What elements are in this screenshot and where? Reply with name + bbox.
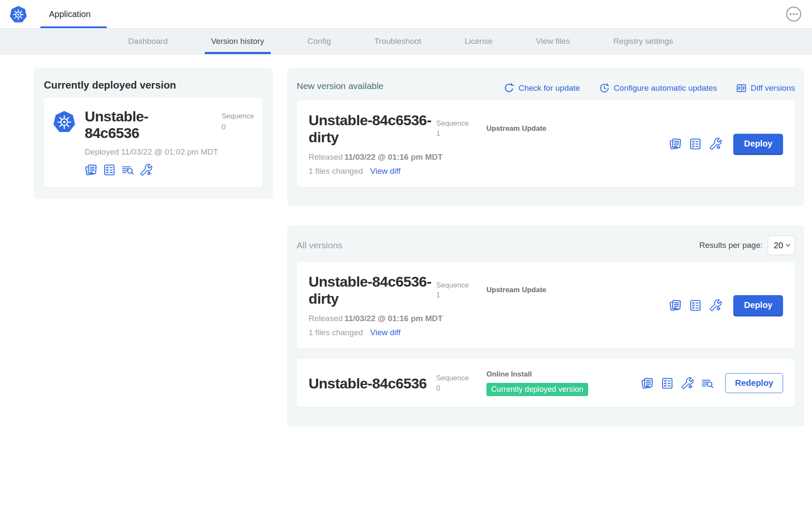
results-per-page-label: Results per page: — [699, 241, 763, 250]
app-tab-active-indicator — [40, 26, 107, 28]
files-changed-text: 1 files changed — [309, 167, 363, 176]
version-source-block: Online Install Currently deployed versio… — [486, 370, 588, 396]
view-diff-link[interactable]: View diff — [370, 167, 400, 176]
tab-license[interactable]: License — [462, 29, 495, 54]
sequence-label: Sequence — [436, 373, 486, 383]
auto-update-icon — [599, 83, 610, 94]
deploy-button[interactable]: Deploy — [733, 295, 783, 315]
released-date: 11/03/22 @ 01:16 pm MDT — [344, 152, 443, 161]
tab-troubleshoot[interactable]: Troubleshoot — [372, 29, 424, 54]
tab-version-history[interactable]: Version history — [209, 29, 267, 54]
tab-view-files[interactable]: View files — [533, 29, 572, 54]
version-source: Upstream Update — [486, 286, 546, 294]
version-source: Upstream Update — [486, 124, 546, 133]
app-tab[interactable]: Application — [49, 9, 91, 19]
all-versions-heading: All versions — [297, 240, 342, 250]
edit-config-icon[interactable] — [709, 138, 722, 150]
version-row: Unstable-84c6536-dirty Sequence 1 Upstre… — [297, 262, 795, 348]
release-notes-icon[interactable] — [669, 138, 682, 150]
app-menu-button[interactable] — [786, 6, 802, 22]
redeploy-button[interactable]: Redeploy — [725, 373, 783, 393]
sequence-label: Sequence — [436, 280, 486, 290]
preflight-checks-icon[interactable] — [689, 299, 702, 312]
diff-icon — [736, 83, 747, 94]
release-notes-icon[interactable] — [85, 164, 97, 176]
diff-versions-link[interactable]: Diff versions — [736, 83, 795, 94]
view-diff-link[interactable]: View diff — [370, 328, 400, 337]
deployed-timestamp: Deployed 11/03/22 @ 01:02 pm MDT — [85, 147, 254, 157]
all-versions-panel: All versions Results per page: 20 Unstab… — [287, 225, 804, 426]
released-date: 11/03/22 @ 01:16 pm MDT — [344, 314, 443, 323]
sequence-value: 0 — [436, 383, 486, 394]
released-timestamp: Released11/03/22 @ 01:16 pm MDT — [309, 314, 661, 323]
kubernetes-app-icon — [53, 110, 76, 133]
diff-versions-label: Diff versions — [751, 83, 795, 93]
edit-config-icon[interactable] — [681, 377, 694, 390]
version-title: Unstable-84c6536 — [85, 108, 200, 141]
currently-deployed-badge: Currently deployed version — [486, 383, 588, 396]
view-logs-icon[interactable] — [121, 164, 134, 176]
sequence-value: 1 — [436, 290, 486, 300]
version-row: Unstable-84c6536 Sequence 0 Online Insta… — [297, 359, 795, 407]
ellipsis-icon — [786, 6, 802, 22]
sequence-block: Sequence 0 — [436, 373, 486, 394]
release-notes-icon[interactable] — [641, 377, 654, 390]
edit-config-icon[interactable] — [140, 164, 152, 176]
check-for-update-link[interactable]: Check for update — [503, 83, 580, 94]
sequence-label: Sequence — [436, 118, 486, 129]
version-title: Unstable-84c6536-dirty — [309, 273, 436, 307]
sequence-label: Sequence — [221, 111, 254, 122]
configure-automatic-updates-label: Configure automatic updates — [614, 83, 717, 93]
tab-dashboard[interactable]: Dashboard — [126, 29, 170, 54]
new-version-heading: New version available — [297, 81, 383, 91]
version-source: Online Install — [486, 370, 588, 379]
sequence-value: 1 — [436, 129, 486, 139]
app-subnav: Dashboard Version history Config Trouble… — [0, 28, 812, 55]
main-content: Currently deployed version Unstable-84c6… — [0, 55, 812, 426]
version-title: Unstable-84c6536-dirty — [309, 112, 436, 146]
version-title: Unstable-84c6536 — [309, 375, 436, 392]
sequence-value: 0 — [221, 122, 254, 133]
sequence-block: Sequence 1 — [436, 118, 486, 139]
configure-automatic-updates-link[interactable]: Configure automatic updates — [599, 83, 717, 94]
tab-config[interactable]: Config — [305, 29, 334, 54]
edit-config-icon[interactable] — [709, 299, 722, 312]
files-changed-text: 1 files changed — [309, 328, 363, 337]
currently-deployed-heading: Currently deployed version — [44, 79, 263, 91]
view-logs-icon[interactable] — [701, 377, 714, 390]
released-timestamp: Released11/03/22 @ 01:16 pm MDT — [309, 152, 661, 162]
currently-deployed-panel: Currently deployed version Unstable-84c6… — [34, 68, 273, 199]
release-notes-icon[interactable] — [669, 299, 682, 312]
check-for-update-label: Check for update — [518, 83, 580, 93]
preflight-checks-icon[interactable] — [689, 138, 702, 150]
released-label: Released — [309, 314, 343, 323]
released-label: Released — [309, 152, 343, 161]
sequence-block: Sequence 1 — [436, 280, 486, 301]
kubernetes-logo-icon — [9, 5, 27, 23]
deploy-button[interactable]: Deploy — [733, 134, 783, 154]
new-version-panel: New version available Check for update C… — [287, 68, 804, 206]
results-per-page-select[interactable]: 20 — [768, 236, 795, 255]
sequence-block: Sequence 0 — [221, 108, 254, 132]
right-column: New version available Check for update C… — [287, 68, 804, 426]
refresh-icon — [503, 83, 515, 94]
preflight-checks-icon[interactable] — [103, 164, 116, 176]
results-per-page-select-wrap: 20 — [768, 236, 795, 255]
tab-registry-settings[interactable]: Registry settings — [611, 29, 675, 54]
currently-deployed-card: Unstable-84c6536 Sequence 0 Deployed 11/… — [44, 98, 263, 187]
preflight-checks-icon[interactable] — [661, 377, 674, 390]
app-header: Application — [0, 0, 812, 28]
new-version-card: Unstable-84c6536-dirty Sequence 1 Upstre… — [297, 101, 795, 187]
